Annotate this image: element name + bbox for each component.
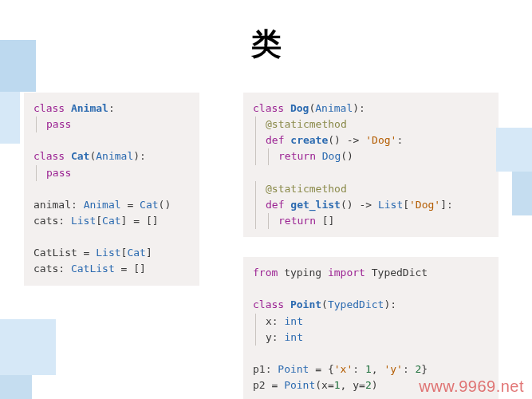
keyword: return <box>278 215 316 227</box>
text: ): <box>353 102 365 114</box>
text: typing <box>278 267 328 279</box>
text: cats: <box>33 215 71 227</box>
keyword: return <box>278 150 316 162</box>
number: 1 <box>365 363 372 375</box>
text <box>316 150 322 162</box>
text: cats: <box>33 263 71 275</box>
decorator: @staticmethod <box>266 183 347 195</box>
type-ref: Dog <box>322 150 341 162</box>
text: () <box>341 150 353 162</box>
keyword: def <box>266 134 284 146</box>
keyword: class <box>253 102 284 114</box>
bg-decor <box>496 128 532 172</box>
text: () <box>159 199 171 211</box>
number: 2 <box>365 379 372 391</box>
text: : <box>108 102 115 114</box>
text: y: <box>266 331 284 343</box>
type-ref: Point <box>284 379 315 391</box>
number: 1 <box>334 379 341 391</box>
class-name: Dog <box>290 102 309 114</box>
content-area: class Animal: pass class Cat(Animal): pa… <box>0 93 532 399</box>
text: p1: <box>253 363 278 375</box>
text: ( <box>321 298 328 310</box>
decorator: @staticmethod <box>266 118 347 130</box>
keyword: from <box>253 267 278 279</box>
bg-decor <box>0 319 56 375</box>
type-ref: List <box>96 247 120 259</box>
text: } <box>421 363 428 375</box>
text: () -> <box>328 134 365 146</box>
watermark: www.9969.net <box>419 377 524 396</box>
function-name: get_list <box>290 199 341 211</box>
text: () -> <box>341 199 378 211</box>
type-ref: int <box>284 315 302 327</box>
text: ] = [] <box>121 215 159 227</box>
text: ): <box>384 298 396 310</box>
bg-decor <box>512 172 532 215</box>
class-name: Animal <box>71 102 108 114</box>
text: = { <box>309 363 333 375</box>
type-ref: Cat <box>140 199 158 211</box>
type-ref: int <box>284 331 302 343</box>
bg-decor <box>0 375 32 399</box>
text: = <box>121 199 140 211</box>
keyword: def <box>266 199 284 211</box>
text: animal: <box>33 199 84 211</box>
type-ref: CatList <box>71 263 115 275</box>
keyword: class <box>253 298 284 310</box>
text: : <box>403 363 416 375</box>
bg-decor <box>0 92 20 144</box>
string: 'y' <box>384 363 402 375</box>
text: x: <box>266 315 284 327</box>
type-ref: Animal <box>315 102 353 114</box>
type-ref: Point <box>278 363 309 375</box>
class-name: Point <box>290 298 321 310</box>
text: [] <box>316 215 334 227</box>
text: p2 = <box>253 379 284 391</box>
string: 'Dog' <box>365 134 396 146</box>
text: ] <box>146 247 152 259</box>
text: [ <box>96 215 102 227</box>
text: (x= <box>315 379 333 391</box>
text: [ <box>403 199 409 211</box>
string: 'Dog' <box>409 199 440 211</box>
text: CatList = <box>33 247 96 259</box>
type-ref: Cat <box>102 215 120 227</box>
text: ) <box>372 379 378 391</box>
keyword: pass <box>46 167 71 179</box>
text: : <box>396 134 403 146</box>
code-block-right-top: class Dog(Animal): @staticmethod def cre… <box>243 93 499 237</box>
right-column: class Dog(Animal): @staticmethod def cre… <box>243 93 499 399</box>
text: , y= <box>341 379 365 391</box>
text: : <box>353 363 365 375</box>
keyword: pass <box>46 118 71 130</box>
keyword: class <box>33 150 65 162</box>
type-ref: Cat <box>127 247 145 259</box>
type-ref: TypedDict <box>328 298 384 310</box>
keyword: class <box>33 102 65 114</box>
type-ref: Animal <box>96 150 133 162</box>
bg-decor <box>0 40 36 92</box>
function-name: create <box>290 134 328 146</box>
keyword: import <box>328 267 365 279</box>
type-ref: Animal <box>84 199 121 211</box>
type-ref: List <box>71 215 96 227</box>
text: ]: <box>440 199 453 211</box>
text: , <box>372 363 384 375</box>
text: ): <box>133 150 146 162</box>
text: TypedDict <box>365 267 428 279</box>
string: 'x' <box>334 363 353 375</box>
text: = [] <box>115 263 146 275</box>
type-ref: List <box>378 199 403 211</box>
class-name: Cat <box>71 150 89 162</box>
code-block-left: class Animal: pass class Cat(Animal): pa… <box>24 93 199 286</box>
slide-title: 类 <box>0 24 532 65</box>
